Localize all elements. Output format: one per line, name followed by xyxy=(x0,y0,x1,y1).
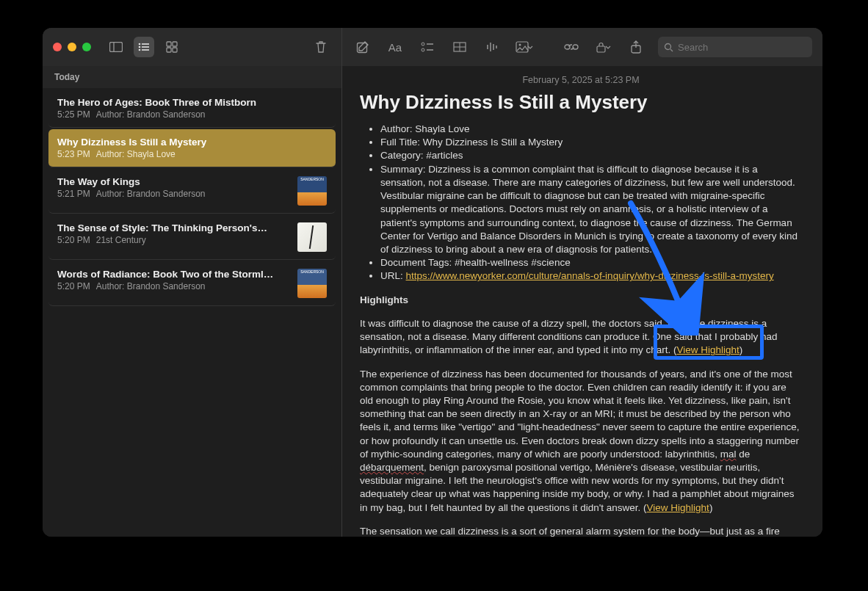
note-item-meta: 5:20 PM21st Century xyxy=(57,235,292,245)
highlight-paragraph: The experience of dizziness has been doc… xyxy=(360,368,802,515)
checklist-button[interactable] xyxy=(417,37,438,57)
highlight-paragraph: The sensation we call dizziness is a sor… xyxy=(360,525,802,537)
sidebar: Today The Hero of Ages: Book Three of Mi… xyxy=(43,28,342,537)
close-window-button[interactable] xyxy=(53,43,62,51)
svg-line-31 xyxy=(670,49,673,51)
svg-point-6 xyxy=(139,49,141,51)
highlights-heading: Highlights xyxy=(360,294,802,307)
note-thumbnail xyxy=(297,269,327,298)
note-item-meta: 5:21 PMAuthor: Brandon Sanderson xyxy=(57,189,292,199)
highlight-paragraph: It was difficult to diagnose the cause o… xyxy=(360,317,802,358)
note-item-title: The Hero of Ages: Book Three of Mistborn xyxy=(57,97,327,108)
toggle-sidebar-button[interactable] xyxy=(106,37,126,57)
media-button[interactable] xyxy=(514,37,535,57)
lock-button[interactable] xyxy=(593,37,614,57)
note-list-item[interactable]: The Hero of Ages: Book Three of Mistborn… xyxy=(48,90,336,128)
search-input[interactable] xyxy=(678,42,806,53)
grid-view-button[interactable] xyxy=(162,37,182,57)
view-highlight-link[interactable]: View Highlight xyxy=(647,502,709,513)
spelling-underline: débarquement xyxy=(360,462,424,473)
svg-rect-7 xyxy=(142,49,149,51)
note-list-item[interactable]: Why Dizziness Is Still a Mystery5:23 PMA… xyxy=(48,129,336,167)
spelling-underline: mal xyxy=(720,449,737,460)
svg-rect-5 xyxy=(142,46,149,48)
sidebar-toolbar xyxy=(43,28,341,66)
note-item-meta: 5:20 PMAuthor: Brandon Sanderson xyxy=(57,281,292,291)
app-window: Today The Hero of Ages: Book Three of Mi… xyxy=(43,28,822,537)
svg-rect-8 xyxy=(167,42,171,46)
svg-point-2 xyxy=(139,43,141,46)
table-button[interactable] xyxy=(449,37,470,57)
format-button[interactable]: Aa xyxy=(385,37,405,57)
source-url-link[interactable]: https://www.newyorker.com/culture/annals… xyxy=(406,270,774,281)
svg-rect-9 xyxy=(173,42,177,46)
svg-rect-28 xyxy=(597,46,605,52)
note-meta-list: Author: Shayla Love Full Title: Why Dizz… xyxy=(360,123,802,283)
note-item-title: Words of Radiance: Book Two of the Storm… xyxy=(57,269,292,280)
minimize-window-button[interactable] xyxy=(68,43,76,51)
meta-full-title: Full Title: Why Dizziness Is Still a Mys… xyxy=(380,136,802,149)
search-icon xyxy=(664,43,673,52)
note-list-item[interactable]: The Way of Kings5:21 PMAuthor: Brandon S… xyxy=(48,169,336,214)
main-toolbar: Aa xyxy=(342,28,822,66)
audio-button[interactable] xyxy=(482,37,502,57)
svg-point-4 xyxy=(139,46,141,48)
notes-section-header: Today xyxy=(43,66,341,88)
note-item-title: The Way of Kings xyxy=(57,176,292,187)
window-controls xyxy=(53,43,91,51)
note-timestamp: February 5, 2025 at 5:23 PM xyxy=(360,75,802,85)
note-item-title: Why Dizziness Is Still a Mystery xyxy=(57,137,327,148)
svg-rect-10 xyxy=(167,48,171,52)
svg-rect-24 xyxy=(516,42,528,52)
compose-button[interactable] xyxy=(352,37,373,57)
note-item-title: The Sense of Style: The Thinking Person'… xyxy=(57,222,292,233)
svg-point-15 xyxy=(422,48,424,51)
svg-rect-0 xyxy=(110,43,123,52)
view-highlight-link[interactable]: View Highlight xyxy=(676,344,739,355)
meta-author: Author: Shayla Love xyxy=(380,123,802,136)
note-list-item[interactable]: Words of Radiance: Book Two of the Storm… xyxy=(48,261,336,306)
note-content[interactable]: February 5, 2025 at 5:23 PM Why Dizzines… xyxy=(342,66,822,537)
svg-rect-11 xyxy=(173,48,177,52)
meta-summary: Summary: Dizziness is a common complaint… xyxy=(380,163,802,257)
svg-point-30 xyxy=(665,43,671,49)
link-button[interactable] xyxy=(561,37,582,57)
svg-rect-3 xyxy=(142,43,149,45)
note-list-item[interactable]: The Sense of Style: The Thinking Person'… xyxy=(48,215,336,260)
meta-category: Category: #articles xyxy=(380,149,802,162)
maximize-window-button[interactable] xyxy=(82,43,91,51)
trash-button[interactable] xyxy=(311,37,331,57)
svg-point-25 xyxy=(519,44,521,46)
note-list: The Hero of Ages: Book Three of Mistborn… xyxy=(43,88,341,537)
list-view-button[interactable] xyxy=(134,37,154,57)
note-item-meta: 5:25 PMAuthor: Brandon Sanderson xyxy=(57,109,327,120)
svg-point-13 xyxy=(422,43,424,46)
meta-tags: Document Tags: #health-wellness #science xyxy=(380,256,802,269)
search-field[interactable] xyxy=(658,37,812,57)
share-button[interactable] xyxy=(626,37,646,57)
note-thumbnail xyxy=(297,222,327,252)
note-title: Why Dizziness Is Still a Mystery xyxy=(360,91,802,114)
meta-url: URL: https://www.newyorker.com/culture/a… xyxy=(380,269,802,283)
note-thumbnail xyxy=(297,176,327,206)
note-item-meta: 5:23 PMAuthor: Shayla Love xyxy=(57,149,327,159)
main-pane: Aa xyxy=(342,28,822,537)
